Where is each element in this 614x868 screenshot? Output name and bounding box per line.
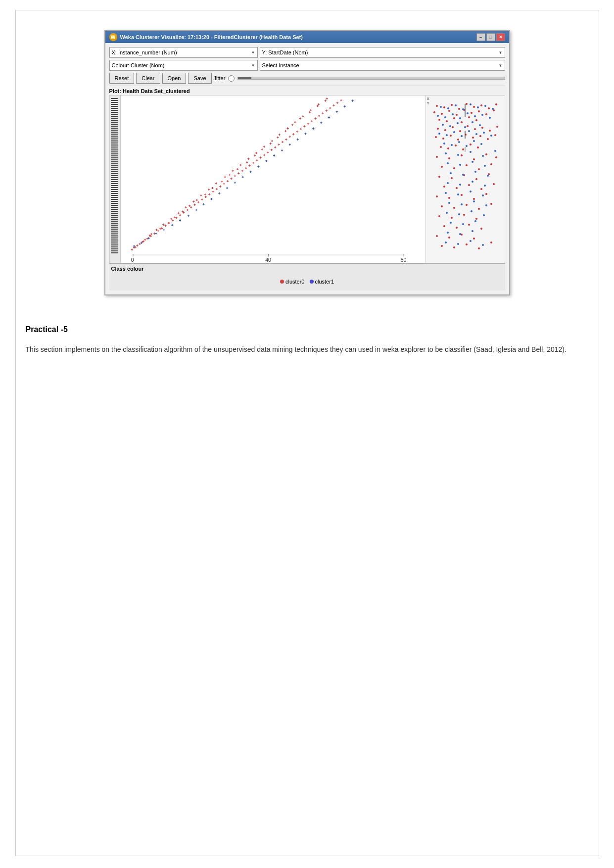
svg-point-522: [458, 213, 460, 215]
svg-point-399: [450, 135, 452, 137]
svg-rect-17: [111, 132, 118, 133]
svg-point-515: [470, 191, 472, 193]
svg-rect-54: [111, 205, 118, 206]
x-axis-dropdown[interactable]: X: Instance_number (Num) ▼: [109, 47, 258, 58]
svg-rect-60: [111, 217, 118, 218]
color-select-row: Colour: Cluster (Nom) ▼ Select Instance …: [109, 60, 505, 71]
svg-point-517: [448, 202, 450, 204]
save-button[interactable]: Save: [188, 73, 211, 84]
svg-rect-68: [111, 233, 118, 234]
minimize-button[interactable]: –: [476, 33, 485, 41]
svg-point-468: [437, 115, 439, 117]
svg-point-452: [448, 237, 450, 239]
reset-button[interactable]: Reset: [109, 73, 135, 84]
close-button[interactable]: ✕: [496, 33, 505, 41]
svg-point-488: [483, 132, 485, 134]
y-ticks-svg: [110, 96, 120, 254]
svg-point-397: [435, 136, 437, 138]
svg-point-434: [448, 197, 450, 199]
svg-point-518: [461, 203, 463, 205]
svg-rect-73: [111, 242, 118, 243]
svg-point-383: [446, 120, 448, 122]
cluster-legend: cluster0 cluster1: [111, 275, 503, 289]
svg-rect-363: [427, 100, 504, 258]
svg-rect-58: [111, 213, 118, 214]
color-dropdown[interactable]: Colour: Cluster (Nom) ▼: [109, 60, 258, 71]
svg-rect-22: [111, 142, 118, 143]
svg-rect-35: [111, 167, 118, 168]
svg-point-504: [484, 165, 486, 167]
svg-point-395: [489, 130, 491, 132]
right-panel: X Y: [425, 96, 505, 263]
svg-point-446: [475, 218, 477, 220]
svg-point-441: [478, 208, 480, 210]
svg-point-494: [473, 140, 475, 142]
svg-rect-1: [111, 100, 118, 101]
svg-point-414: [461, 154, 463, 156]
svg-rect-64: [111, 225, 118, 226]
svg-point-479: [464, 126, 466, 128]
svg-rect-49: [111, 195, 118, 196]
svg-point-448: [456, 227, 458, 229]
svg-point-405: [494, 134, 496, 136]
window-title: Weka Clusterer Visualize: 17:13:20 - Fil…: [120, 34, 303, 40]
svg-point-408: [455, 145, 457, 146]
svg-point-465: [477, 106, 479, 108]
button-row: Reset Clear Open Save Jitter: [109, 73, 505, 84]
svg-point-392: [467, 125, 469, 127]
svg-rect-7: [111, 112, 118, 113]
svg-point-430: [468, 184, 470, 186]
class-colour-section: Class colour cluster0 cluster1: [109, 263, 505, 290]
svg-rect-53: [111, 203, 118, 204]
svg-point-436: [473, 198, 475, 200]
svg-point-456: [453, 246, 455, 248]
svg-point-370: [480, 104, 482, 106]
svg-point-514: [457, 193, 459, 195]
scatter-svg: 0 40 80: [121, 96, 425, 263]
svg-point-380: [485, 113, 487, 115]
svg-point-499: [482, 155, 484, 157]
svg-point-387: [475, 119, 477, 121]
select-instance-dropdown[interactable]: Select Instance ▼: [260, 60, 505, 71]
clear-button[interactable]: Clear: [136, 73, 160, 84]
svg-point-507: [474, 171, 476, 173]
svg-rect-8: [111, 114, 118, 115]
svg-point-529: [459, 233, 461, 235]
svg-rect-26: [111, 149, 118, 150]
svg-rect-0: [111, 98, 118, 99]
svg-point-384: [453, 117, 455, 119]
y-axis-dropdown[interactable]: Y: StartDate (Nom) ▼: [260, 47, 505, 58]
svg-rect-43: [111, 183, 118, 184]
svg-rect-15: [111, 128, 118, 129]
window-body: X: Instance_number (Num) ▼ Y: StartDate …: [105, 43, 509, 294]
svg-rect-77: [111, 250, 118, 251]
x-dropdown-arrow: ▼: [251, 50, 255, 55]
jitter-radio[interactable]: [228, 75, 235, 82]
svg-point-379: [478, 110, 480, 112]
select-dropdown-arrow: ▼: [499, 63, 503, 68]
svg-rect-21: [111, 140, 118, 141]
svg-point-476: [442, 124, 444, 126]
svg-rect-61: [111, 219, 118, 220]
svg-rect-16: [111, 130, 118, 131]
svg-point-403: [479, 135, 481, 137]
svg-point-481: [479, 124, 481, 126]
jitter-control: Jitter: [214, 75, 505, 82]
jitter-slider[interactable]: [237, 77, 505, 80]
svg-point-497: [457, 154, 459, 156]
color-dropdown-arrow: ▼: [251, 63, 255, 68]
color-label: Colour: Cluster (Nom): [112, 62, 165, 68]
cluster0-item: cluster0: [280, 279, 305, 285]
svg-rect-47: [111, 191, 118, 192]
svg-rect-78: [111, 252, 118, 253]
svg-point-429: [456, 187, 458, 189]
svg-rect-3: [111, 104, 118, 105]
maximize-button[interactable]: □: [486, 33, 495, 41]
open-button[interactable]: Open: [162, 73, 187, 84]
svg-point-532: [457, 243, 459, 245]
svg-point-402: [472, 137, 474, 139]
weka-icon: W: [109, 33, 117, 41]
svg-rect-38: [111, 173, 118, 174]
svg-point-492: [458, 141, 460, 143]
svg-point-422: [490, 163, 492, 165]
